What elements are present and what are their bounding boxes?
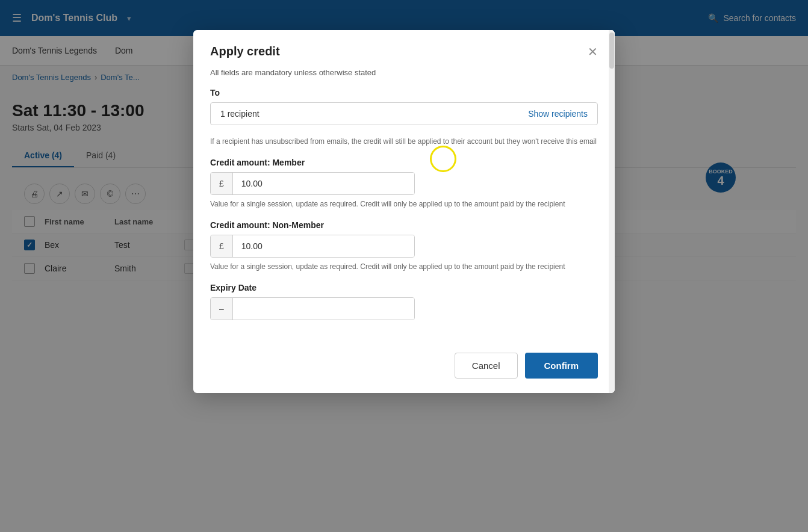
- expiry-input-group: –: [210, 297, 415, 320]
- credit-member-field[interactable]: [233, 173, 414, 194]
- credit-member-input-group: £: [210, 172, 415, 195]
- recipient-text: 1 recipient: [220, 109, 259, 119]
- to-label: To: [210, 88, 598, 97]
- close-button[interactable]: ✕: [588, 46, 598, 58]
- currency-symbol-nonmember: £: [211, 235, 233, 257]
- expiry-label: Expiry Date: [210, 283, 598, 292]
- credit-nonmember-hint: Value for a single session, update as re…: [210, 261, 598, 272]
- recipient-box: 1 recipient Show recipients: [210, 102, 598, 125]
- unsubscribe-note: If a recipient has unsubscribed from ema…: [210, 136, 598, 147]
- credit-nonmember-input-group: £: [210, 235, 415, 258]
- credit-nonmember-field[interactable]: [233, 235, 414, 257]
- currency-symbol-member: £: [211, 173, 233, 194]
- apply-credit-modal: Apply credit ✕ All fields are mandatory …: [193, 30, 615, 393]
- credit-member-hint: Value for a single session, update as re…: [210, 199, 598, 209]
- confirm-button[interactable]: Confirm: [525, 353, 598, 379]
- credit-member-label: Credit amount: Member: [210, 158, 598, 167]
- expiry-dash: –: [211, 298, 233, 320]
- cancel-button[interactable]: Cancel: [455, 353, 518, 379]
- credit-nonmember-label: Credit amount: Non-Member: [210, 220, 598, 230]
- mandatory-text: All fields are mandatory unless otherwis…: [210, 68, 598, 77]
- expiry-field[interactable]: [233, 298, 414, 320]
- show-recipients-link[interactable]: Show recipients: [528, 109, 588, 119]
- modal-title: Apply credit: [210, 45, 280, 58]
